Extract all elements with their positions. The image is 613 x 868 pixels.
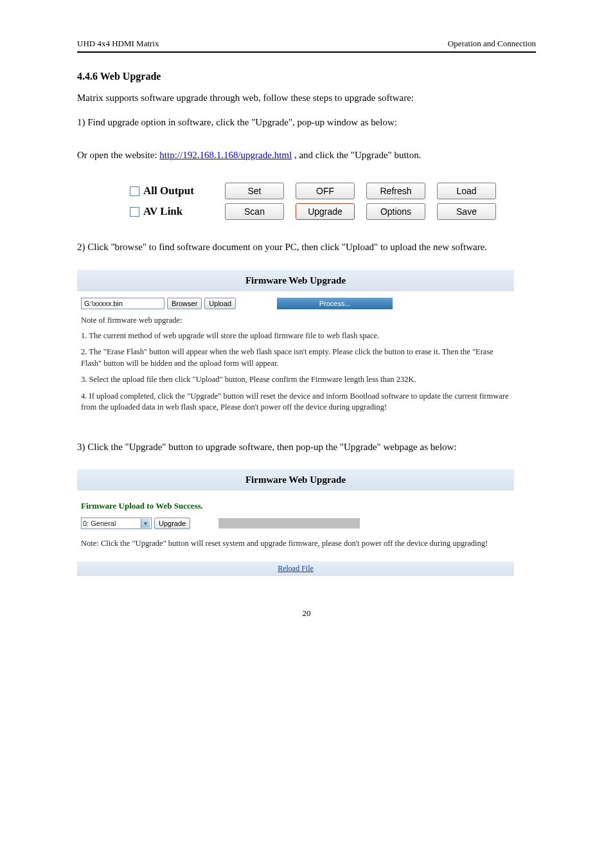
- process-bar: Process...: [277, 298, 393, 309]
- off-button[interactable]: OFF: [296, 183, 355, 199]
- fw-panel2-title: Firmware Web Upgrade: [77, 469, 514, 491]
- firmware-upgrade-panel-2: Firmware Web Upgrade Firmware Upload to …: [77, 469, 514, 576]
- upgrade-url-link[interactable]: http://192.168.1.168/upgrade.html: [159, 150, 292, 160]
- label-all-output: All Output: [143, 185, 194, 197]
- firmware-upgrade-panel-1: Firmware Web Upgrade Browser Upload Proc…: [77, 270, 514, 425]
- fw-note-4: 4. If upload completed, click the "Upgra…: [81, 391, 510, 413]
- chevron-down-icon: ▼: [141, 519, 150, 528]
- upgrade-button-2[interactable]: Upgrade: [154, 518, 190, 529]
- header-right: Operation and Connection: [448, 39, 536, 49]
- toolbar-screenshot: All Output Set OFF Refresh Load AV Link …: [103, 175, 510, 228]
- save-button[interactable]: Save: [437, 203, 496, 220]
- section-heading-web-upgrade: 4.4.6 Web Upgrade: [77, 71, 536, 82]
- upgrade-button[interactable]: Upgrade: [296, 203, 355, 220]
- upload-button[interactable]: Upload: [204, 298, 236, 309]
- fw-note-heading: Note of firmware web upgrade:: [81, 316, 510, 325]
- browser-button[interactable]: Browser: [167, 298, 202, 309]
- refresh-button[interactable]: Refresh: [366, 183, 425, 199]
- label-av-link: AV Link: [143, 205, 182, 218]
- step1-link-prefix: Or open the website:: [77, 150, 159, 160]
- checkbox-av-link[interactable]: [130, 207, 139, 217]
- select-value: 0: General: [83, 520, 116, 527]
- checkbox-all-output[interactable]: [130, 186, 139, 196]
- fw-note-3: 3. Select the upload file then click "Up…: [81, 374, 510, 386]
- step1-line: 1) Find upgrade option in software, clic…: [77, 117, 397, 127]
- fw-note-1: 1. The current method of web upgrade wil…: [81, 330, 510, 342]
- fw2-note: Note: Click the "Upgrade" button will re…: [81, 538, 510, 550]
- scan-button[interactable]: Scan: [225, 203, 284, 220]
- header-left: UHD 4x4 HDMI Matrix: [77, 39, 159, 49]
- load-button[interactable]: Load: [437, 183, 496, 199]
- step1-text: 1) Find upgrade option in software, clic…: [77, 114, 536, 164]
- step1-link-suffix: , and click the "Upgrade" button.: [294, 150, 422, 160]
- step3-text: 3) Click the "Upgrade" button to upgrade…: [77, 439, 536, 456]
- header-rule-thick: [77, 51, 536, 53]
- upload-success-message: Firmware Upload to Web Success.: [81, 501, 510, 511]
- options-button[interactable]: Options: [366, 203, 425, 220]
- fw-note-2: 2. The "Erase Flash" button will appear …: [81, 347, 510, 369]
- progress-bar: [218, 518, 360, 529]
- intro-text: Matrix supports software upgrade through…: [77, 90, 536, 107]
- page-number: 20: [77, 608, 536, 619]
- set-button[interactable]: Set: [225, 183, 284, 199]
- file-path-input[interactable]: [81, 298, 164, 309]
- firmware-select[interactable]: 0: General ▼: [81, 518, 152, 529]
- fw-panel-title: Firmware Web Upgrade: [77, 270, 514, 291]
- step2-text: 2) Click "browse" to find software docum…: [77, 239, 536, 256]
- reload-file-link[interactable]: Reload File: [278, 564, 314, 573]
